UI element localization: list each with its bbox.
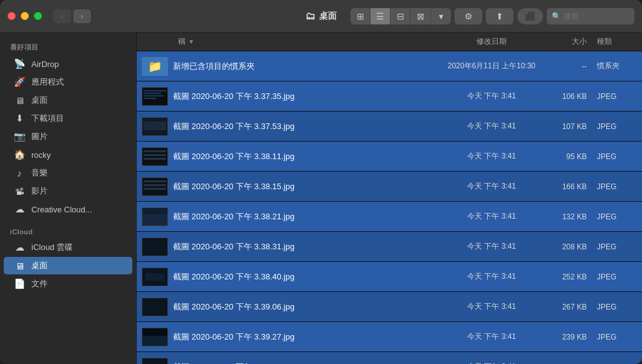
file-date: 今天 下午 3:41 bbox=[441, 91, 542, 101]
view-more-button[interactable]: ▾ bbox=[431, 8, 451, 24]
forward-icon: › bbox=[81, 11, 83, 21]
close-button[interactable] bbox=[8, 12, 16, 20]
col-type-header[interactable]: 種類 bbox=[592, 36, 642, 47]
file-thumbnail bbox=[137, 117, 173, 136]
svg-rect-3 bbox=[144, 95, 164, 96]
sidebar-item-pictures-label: 圖片 bbox=[31, 131, 48, 142]
table-row[interactable]: 截圖 2020-06-20 下午 3.39.43.jpg 今天 下午 3:41 … bbox=[137, 352, 642, 364]
list-icon: ☰ bbox=[376, 11, 384, 21]
col-name-header[interactable]: 稱 ▼ bbox=[173, 36, 441, 47]
back-icon: ‹ bbox=[61, 11, 63, 21]
airdrop-icon: 📡 bbox=[14, 58, 25, 70]
file-type: JPEG bbox=[592, 152, 642, 161]
music-icon: ♪ bbox=[14, 168, 25, 179]
table-row[interactable]: 截圖 2020-06-20 下午 3.38.21.jpg 今天 下午 3:41 … bbox=[137, 202, 642, 232]
col-date-header[interactable]: 修改日期 bbox=[441, 36, 542, 47]
sidebar: 喜好項目 📡 AirDrop 🚀 應用程式 🖥 桌面 ⬇ 下載項目 📷 圖片 🏠… bbox=[0, 33, 137, 364]
view-list-button[interactable]: ☰ bbox=[371, 8, 391, 24]
title-text: 桌面 bbox=[319, 11, 337, 22]
col-size-header[interactable]: 大小 bbox=[542, 36, 592, 47]
tag-button[interactable]: ⬛ bbox=[517, 8, 543, 24]
grid-icon: ⊞ bbox=[357, 11, 364, 21]
sidebar-item-movies-label: 影片 bbox=[31, 185, 48, 197]
file-date: 今天 下午 3:41 bbox=[441, 331, 542, 342]
file-name: 截圖 2020-06-20 下午 3.38.21.jpg bbox=[173, 211, 441, 222]
search-box[interactable]: 🔍 bbox=[547, 8, 634, 24]
svg-rect-4 bbox=[144, 98, 156, 99]
search-icon: 🔍 bbox=[552, 12, 561, 21]
table-row[interactable]: 截圖 2020-06-20 下午 3.39.27.jpg 今天 下午 3:41 … bbox=[137, 322, 642, 352]
file-date: 今天 下午 3:41 bbox=[441, 271, 542, 282]
file-thumbnail: 📁 bbox=[137, 57, 173, 76]
table-row[interactable]: 截圖 2020-06-20 下午 3.38.40.jpg 今天 下午 3:41 … bbox=[137, 262, 642, 292]
sidebar-item-airdrop-label: AirDrop bbox=[31, 60, 59, 69]
pictures-icon: 📷 bbox=[14, 131, 25, 142]
search-input[interactable] bbox=[564, 12, 629, 21]
sidebar-item-music[interactable]: ♪ 音樂 bbox=[4, 164, 132, 182]
svg-rect-13 bbox=[144, 180, 166, 182]
table-row[interactable]: 截圖 2020-06-20 下午 3.39.06.jpg 今天 下午 3:41 … bbox=[137, 292, 642, 322]
columns-icon: ⊟ bbox=[397, 11, 404, 21]
icloud-drive-icon: ☁ bbox=[14, 242, 25, 253]
title-folder-icon: 🗂 bbox=[305, 11, 315, 22]
sidebar-item-applications[interactable]: 🚀 應用程式 bbox=[4, 73, 132, 91]
sidebar-item-icloud-drive-label: iCloud 雲碟 bbox=[31, 242, 73, 253]
sidebar-item-downloads[interactable]: ⬇ 下載項目 bbox=[4, 110, 132, 127]
file-name: 截圖 2020-06-20 下午 3.38.15.jpg bbox=[173, 181, 441, 192]
file-name: 截圖 2020-06-20 下午 3.39.43.jpg bbox=[173, 361, 441, 365]
sidebar-item-rocky-label: rocky bbox=[31, 150, 51, 160]
table-row[interactable]: 截圖 2020-06-20 下午 3.38.11.jpg 今天 下午 3:41 … bbox=[137, 142, 642, 172]
file-area: 稱 ▼ 修改日期 大小 種類 📁 新增已含項目的慣系夾 2020年6月11日 上… bbox=[137, 33, 642, 364]
view-columns-button[interactable]: ⊟ bbox=[391, 8, 411, 24]
svg-rect-15 bbox=[144, 188, 166, 190]
svg-rect-10 bbox=[144, 154, 166, 156]
table-row[interactable]: 截圖 2020-06-20 下午 3.37.35.jpg 今天 下午 3:41 … bbox=[137, 81, 642, 112]
sidebar-item-icloud-docs-label: 文件 bbox=[31, 278, 48, 289]
sidebar-item-desktop[interactable]: 🖥 桌面 bbox=[4, 91, 132, 109]
col-name-label: 稱 bbox=[178, 36, 186, 47]
view-gallery-button[interactable]: ⊠ bbox=[411, 8, 431, 24]
file-thumbnail bbox=[137, 358, 173, 365]
file-name: 截圖 2020-06-20 下午 3.38.11.jpg bbox=[173, 151, 441, 162]
file-type: JPEG bbox=[592, 212, 642, 221]
file-type: JPEG bbox=[592, 182, 642, 191]
svg-rect-14 bbox=[144, 184, 166, 186]
svg-rect-25 bbox=[142, 298, 167, 316]
file-date: 今天 下午 3:41 bbox=[441, 121, 542, 132]
sidebar-item-applications-label: 應用程式 bbox=[31, 76, 64, 88]
movies-icon: 📽 bbox=[14, 186, 25, 197]
sidebar-item-rocky[interactable]: 🏠 rocky bbox=[4, 146, 132, 164]
table-row[interactable]: 截圖 2020-06-20 下午 3.37.53.jpg 今天 下午 3:41 … bbox=[137, 112, 642, 142]
sidebar-item-icloud-desktop-label: 桌面 bbox=[31, 260, 48, 271]
svg-rect-27 bbox=[142, 336, 167, 346]
file-date: 今天 下午 3:41 bbox=[441, 301, 542, 312]
file-size: 252 KB bbox=[542, 273, 592, 281]
sidebar-item-airdrop[interactable]: 📡 AirDrop bbox=[4, 55, 132, 73]
maximize-button[interactable] bbox=[34, 12, 42, 20]
file-name: 截圖 2020-06-20 下午 3.39.06.jpg bbox=[173, 301, 441, 313]
file-size: 106 KB bbox=[542, 92, 592, 101]
file-thumbnail bbox=[137, 147, 173, 166]
share-button[interactable]: ⬆ bbox=[486, 8, 513, 24]
table-row[interactable]: 📁 新增已含項目的慣系夾 2020年6月11日 上午10:30 -- 慣系夾 bbox=[137, 51, 642, 81]
file-name: 截圖 2020-06-20 下午 3.39.27.jpg bbox=[173, 331, 441, 343]
sidebar-item-creative-cloud-label: Creative Cloud... bbox=[31, 205, 92, 214]
minimize-button[interactable] bbox=[21, 12, 29, 20]
sidebar-item-pictures[interactable]: 📷 圖片 bbox=[4, 128, 132, 145]
toolbar: ⊞ ☰ ⊟ ⊠ ▾ ⚙ ⬆ ⬛ 🔍 bbox=[350, 8, 634, 24]
table-row[interactable]: 截圖 2020-06-20 下午 3.38.31.jpg 今天 下午 3:41 … bbox=[137, 232, 642, 262]
view-icon-button[interactable]: ⊞ bbox=[350, 8, 371, 24]
sidebar-item-movies[interactable]: 📽 影片 bbox=[4, 182, 132, 200]
sidebar-item-icloud-docs[interactable]: 📄 文件 bbox=[4, 275, 132, 293]
sidebar-item-creative-cloud[interactable]: ☁ Creative Cloud... bbox=[4, 200, 132, 218]
section-favorites-label: 喜好項目 bbox=[0, 39, 136, 55]
sidebar-item-icloud-desktop[interactable]: 🖥 桌面 bbox=[4, 257, 132, 274]
back-button[interactable]: ‹ bbox=[53, 9, 71, 23]
table-row[interactable]: 截圖 2020-06-20 下午 3.38.15.jpg 今天 下午 3:41 … bbox=[137, 172, 642, 202]
file-date: 2020年6月11日 上午10:30 bbox=[441, 61, 542, 71]
applications-icon: 🚀 bbox=[14, 76, 25, 88]
file-date: 今天 下午 3:41 bbox=[441, 241, 542, 252]
settings-button[interactable]: ⚙ bbox=[455, 8, 482, 24]
forward-button[interactable]: › bbox=[73, 9, 91, 23]
sidebar-item-icloud-drive[interactable]: ☁ iCloud 雲碟 bbox=[4, 239, 132, 256]
